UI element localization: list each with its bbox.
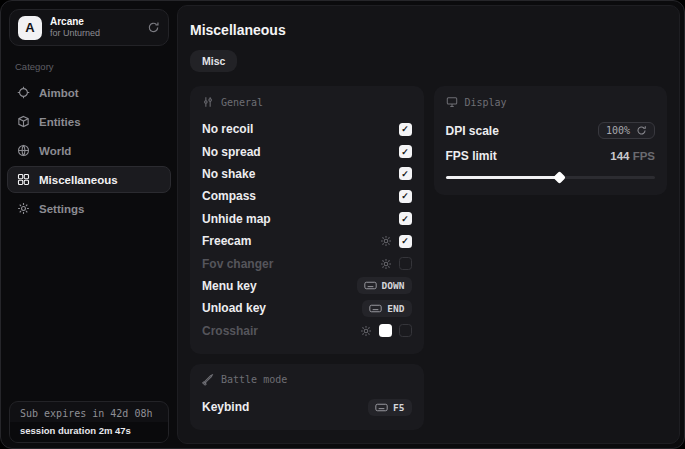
- refresh-icon[interactable]: [147, 21, 160, 34]
- battle-mode-panel: Battle mode Keybind F5: [190, 364, 424, 430]
- no-spread-label: No spread: [202, 145, 261, 159]
- globe-icon: [17, 144, 30, 157]
- fps-limit-value: 144: [610, 150, 629, 162]
- setting-row-no-recoil: No recoil✓: [202, 118, 412, 140]
- keyboard-icon: [369, 304, 382, 313]
- no-recoil-checkbox[interactable]: ✓: [399, 123, 412, 136]
- dpi-scale-row: DPI scale 100%: [446, 118, 656, 143]
- refresh-icon[interactable]: [636, 125, 647, 136]
- grid-icon: [17, 173, 30, 186]
- battle-keybind-row: Keybind F5: [202, 396, 412, 418]
- sliders-icon: [202, 96, 214, 108]
- sidebar-item-entities[interactable]: Entities: [7, 108, 171, 135]
- session-duration-text: session duration 2m 47s: [10, 422, 168, 442]
- gear-icon: [17, 202, 30, 215]
- app-subtitle: for Unturned: [50, 28, 100, 39]
- unhide-map-checkbox[interactable]: ✓: [399, 212, 412, 225]
- keyboard-icon: [364, 281, 377, 290]
- compass-label: Compass: [202, 189, 256, 203]
- no-spread-checkbox[interactable]: ✓: [399, 145, 412, 158]
- setting-row-unload-key: Unload keyEND: [202, 297, 412, 319]
- freecam-label: Freecam: [202, 234, 251, 248]
- battle-panel-title: Battle mode: [221, 374, 287, 385]
- setting-row-freecam: Freecam✓: [202, 230, 412, 252]
- keyboard-icon: [375, 403, 388, 412]
- sidebar-item-label: Settings: [39, 203, 84, 215]
- fov-changer-label: Fov changer: [202, 257, 273, 271]
- crosshair-checkbox[interactable]: [399, 324, 412, 337]
- freecam-gear-icon[interactable]: [380, 235, 392, 247]
- sidebar-item-label: Aimbot: [39, 87, 79, 99]
- unload-key-label: Unload key: [202, 301, 266, 315]
- general-panel-title: General: [221, 97, 263, 108]
- general-panel: General No recoil✓No spread✓No shake✓Com…: [190, 86, 424, 354]
- main-content: Miscellaneous Misc General No recoil✓No …: [177, 5, 680, 444]
- no-recoil-label: No recoil: [202, 122, 253, 136]
- setting-row-no-shake: No shake✓: [202, 163, 412, 185]
- tab-misc[interactable]: Misc: [190, 50, 237, 72]
- display-panel-title: Display: [465, 97, 507, 108]
- no-shake-label: No shake: [202, 167, 255, 181]
- sidebar-item-label: Entities: [39, 116, 81, 128]
- unload-key-keybind-button[interactable]: END: [362, 300, 411, 317]
- dpi-scale-value: 100%: [606, 125, 630, 136]
- fov-changer-gear-icon[interactable]: [380, 258, 392, 270]
- battle-keybind-value: F5: [393, 402, 404, 413]
- crosshair-color-swatch[interactable]: [379, 324, 392, 337]
- sidebar-item-label: Miscellaneous: [39, 174, 118, 186]
- slider-thumb[interactable]: [553, 171, 566, 184]
- app-logo: A: [18, 16, 42, 40]
- slider-fill: [446, 176, 559, 179]
- dpi-scale-label: DPI scale: [446, 124, 499, 138]
- menu-key-label: Menu key: [202, 279, 257, 293]
- setting-row-no-spread: No spread✓: [202, 140, 412, 162]
- sidebar-item-settings[interactable]: Settings: [7, 195, 171, 222]
- unload-key-value: END: [387, 303, 404, 314]
- general-rows: No recoil✓No spread✓No shake✓Compass✓Unh…: [202, 118, 412, 342]
- sword-icon: [202, 374, 214, 386]
- keybind-label: Keybind: [202, 400, 249, 414]
- setting-row-unhide-map: Unhide map✓: [202, 208, 412, 230]
- sidebar: A Arcane for Unturned Category AimbotEnt…: [1, 1, 177, 448]
- display-panel: Display DPI scale 100% FPS limit 144: [434, 86, 668, 195]
- monitor-icon: [446, 96, 458, 108]
- crosshair-label: Crosshair: [202, 324, 258, 338]
- page-title: Miscellaneous: [190, 22, 667, 38]
- setting-row-menu-key: Menu keyDOWN: [202, 275, 412, 297]
- fps-limit-label: FPS limit: [446, 149, 497, 163]
- subscription-card: Sub expires in 42d 08h session duration …: [9, 401, 169, 443]
- unhide-map-label: Unhide map: [202, 212, 271, 226]
- fps-limit-unit: FPS: [633, 150, 655, 162]
- app-window: A Arcane for Unturned Category AimbotEnt…: [0, 0, 685, 449]
- no-shake-checkbox[interactable]: ✓: [399, 167, 412, 180]
- fps-limit-slider[interactable]: [446, 171, 656, 183]
- fov-changer-checkbox[interactable]: [399, 257, 412, 270]
- menu-key-keybind-button[interactable]: DOWN: [357, 277, 412, 294]
- crosshair-icon: [17, 86, 30, 99]
- crosshair-gear-icon[interactable]: [360, 325, 372, 337]
- menu-key-value: DOWN: [382, 280, 405, 291]
- sub-expiry-text: Sub expires in 42d 08h: [10, 402, 168, 422]
- freecam-checkbox[interactable]: ✓: [399, 235, 412, 248]
- sidebar-item-label: World: [39, 145, 71, 157]
- sidebar-item-miscellaneous[interactable]: Miscellaneous: [7, 166, 171, 193]
- fps-limit-row: FPS limit 144 FPS: [446, 143, 656, 168]
- sidebar-item-aimbot[interactable]: Aimbot: [7, 79, 171, 106]
- app-title: Arcane: [50, 16, 100, 29]
- compass-checkbox[interactable]: ✓: [399, 190, 412, 203]
- setting-row-compass: Compass✓: [202, 185, 412, 207]
- category-label: Category: [15, 61, 163, 72]
- setting-row-fov-changer: Fov changer: [202, 252, 412, 274]
- sidebar-item-world[interactable]: World: [7, 137, 171, 164]
- setting-row-crosshair: Crosshair: [202, 320, 412, 342]
- dpi-scale-control[interactable]: 100%: [598, 122, 655, 139]
- brand-card: A Arcane for Unturned: [9, 9, 169, 46]
- battle-keybind-button[interactable]: F5: [368, 399, 411, 416]
- sidebar-nav: AimbotEntitiesWorldMiscellaneousSettings: [1, 79, 177, 222]
- entities-icon: [17, 115, 30, 128]
